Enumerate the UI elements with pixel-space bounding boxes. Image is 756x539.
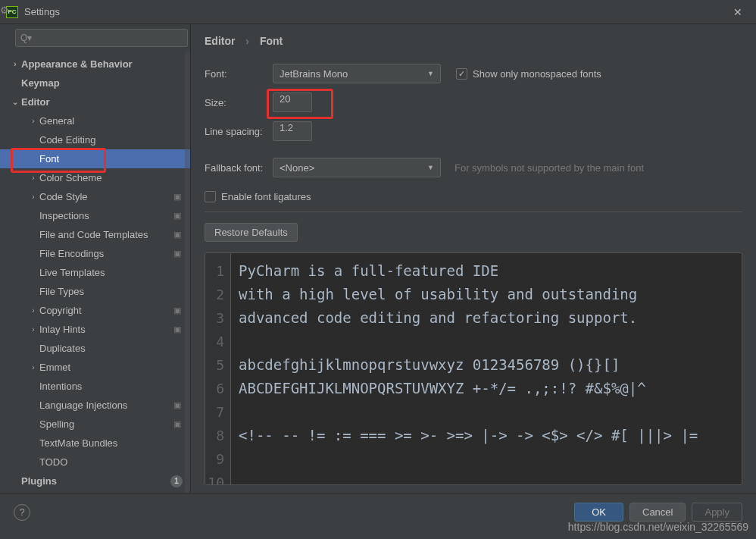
chevron-right-icon: › <box>27 193 39 201</box>
project-icon: ▣ <box>172 419 183 430</box>
size-input[interactable]: 20 <box>273 92 312 112</box>
sidebar-item-version-control[interactable]: ›Version Control▣ <box>0 490 190 493</box>
project-icon: ▣ <box>172 211 183 221</box>
sidebar-item-intentions[interactable]: Intentions <box>0 377 190 396</box>
divider <box>205 212 742 212</box>
close-icon[interactable]: ✕ <box>726 0 750 24</box>
sidebar-item-file-types[interactable]: File Types <box>0 282 190 301</box>
project-icon: ▣ <box>172 230 183 240</box>
cancel-button[interactable]: Cancel <box>629 503 686 522</box>
breadcrumb-leaf: Font <box>260 35 283 47</box>
code-preview[interactable]: PyCharm is a full-featured IDE with a hi… <box>231 253 742 484</box>
sidebar-item-font[interactable]: Font <box>0 149 190 168</box>
font-label: Font: <box>205 68 273 80</box>
project-icon: ▣ <box>172 400 183 411</box>
settings-tree[interactable]: ›Appearance & Behavior Keymap ⌄Editor ›G… <box>0 52 190 493</box>
chevron-right-icon: › <box>27 174 39 182</box>
sidebar-item-code-editing[interactable]: Code Editing <box>0 130 190 149</box>
gutter: 12345678910 <box>205 253 231 484</box>
sidebar-item-color-scheme[interactable]: ›Color Scheme <box>0 168 190 187</box>
sidebar-item-file-code-templates[interactable]: File and Code Templates▣ <box>0 225 190 244</box>
sidebar-item-language-injections[interactable]: Language Injections▣ <box>0 396 190 415</box>
sidebar-item-spelling[interactable]: Spelling▣ <box>0 415 190 434</box>
chevron-down-icon: ▼ <box>427 164 434 171</box>
search-icon: Q▾ <box>20 33 32 43</box>
sidebar-item-inlay-hints[interactable]: ›Inlay Hints▣ <box>0 320 190 339</box>
sidebar-item-file-encodings[interactable]: File Encodings▣ <box>0 244 190 263</box>
sidebar-item-general[interactable]: ›General <box>0 111 190 130</box>
sidebar: Q▾ ›Appearance & Behavior Keymap ⌄Editor… <box>0 24 191 493</box>
fallback-hint: For symbols not supported by the main fo… <box>455 162 644 174</box>
chevron-down-icon: ⌄ <box>9 98 21 106</box>
sidebar-item-duplicates[interactable]: Duplicates <box>0 339 190 358</box>
sidebar-item-todo[interactable]: TODO <box>0 453 190 472</box>
breadcrumb-root[interactable]: Editor <box>205 35 235 47</box>
sidebar-item-code-style[interactable]: ›Code Style▣ <box>0 187 190 206</box>
sidebar-item-appearance[interactable]: ›Appearance & Behavior <box>0 55 190 74</box>
apply-button[interactable]: Apply <box>692 503 742 522</box>
chevron-right-icon: › <box>245 35 249 47</box>
content-pane: Editor › Font Font: JetBrains Mono ▼ Sho… <box>191 24 756 493</box>
line-spacing-input[interactable]: 1.2 <box>273 121 312 141</box>
fallback-font-label: Fallback font: <box>205 162 273 174</box>
sidebar-item-copyright[interactable]: ›Copyright▣ <box>0 301 190 320</box>
project-icon: ▣ <box>172 192 183 202</box>
chevron-right-icon: › <box>27 306 39 315</box>
checkbox-icon <box>205 191 216 202</box>
chevron-right-icon: › <box>27 363 39 371</box>
sidebar-item-live-templates[interactable]: Live Templates <box>0 263 190 282</box>
fallback-font-dropdown[interactable]: <None> ▼ <box>273 158 441 177</box>
search-input[interactable]: Q▾ <box>15 29 188 47</box>
help-button[interactable]: ? <box>14 504 30 521</box>
font-dropdown[interactable]: JetBrains Mono ▼ <box>273 64 441 83</box>
window-title: Settings <box>24 6 726 17</box>
line-spacing-label: Line spacing: <box>205 126 273 137</box>
chevron-down-icon: ▼ <box>427 70 434 77</box>
gear-icon: ⚙ <box>0 5 8 16</box>
sidebar-item-emmet[interactable]: ›Emmet <box>0 358 190 377</box>
sidebar-item-textmate[interactable]: TextMate Bundles <box>0 434 190 453</box>
chevron-right-icon: › <box>27 325 39 334</box>
chevron-right-icon: › <box>27 117 39 125</box>
ligatures-checkbox[interactable]: Enable font ligatures <box>205 191 742 202</box>
monospaced-only-checkbox[interactable]: Show only monospaced fonts <box>456 68 601 80</box>
sidebar-item-inspections[interactable]: Inspections▣ <box>0 206 190 225</box>
project-icon: ▣ <box>172 324 183 335</box>
breadcrumb: Editor › Font <box>205 35 742 47</box>
chevron-right-icon: › <box>9 60 21 68</box>
font-preview: 12345678910 PyCharm is a full-featured I… <box>205 252 742 485</box>
project-icon: ▣ <box>172 306 183 316</box>
title-bar: ⚙ PC Settings ✕ <box>0 0 756 24</box>
sidebar-item-keymap[interactable]: Keymap <box>0 74 190 92</box>
checkbox-icon <box>456 68 467 80</box>
sidebar-item-editor[interactable]: ⌄Editor <box>0 92 190 111</box>
size-label: Size: <box>205 97 273 108</box>
ok-button[interactable]: OK <box>574 503 623 522</box>
plugins-badge: 1 <box>170 475 183 487</box>
restore-defaults-button[interactable]: Restore Defaults <box>205 223 298 242</box>
dialog-footer: ? OK Cancel Apply <box>0 493 756 531</box>
project-icon: ▣ <box>172 249 183 259</box>
sidebar-item-plugins[interactable]: Plugins1 <box>0 472 190 490</box>
